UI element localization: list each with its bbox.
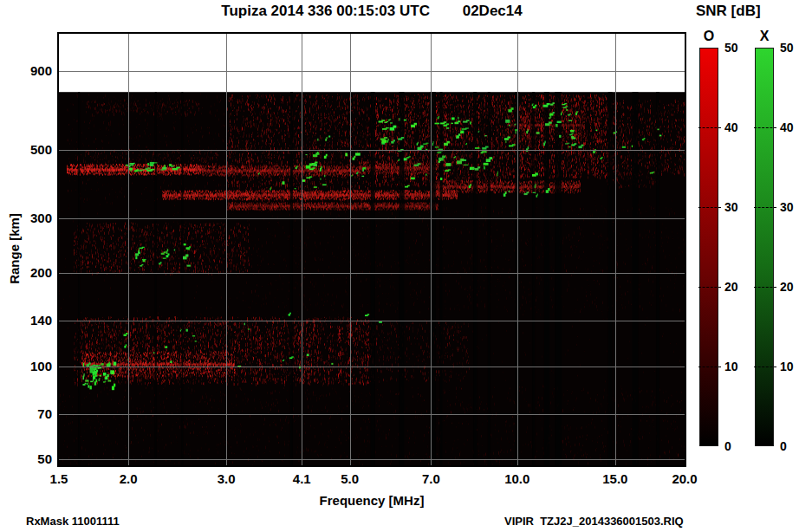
y-tick-label: 300 bbox=[0, 211, 52, 226]
ionogram-plot-frame bbox=[57, 32, 686, 467]
colorbar-tick-dash bbox=[754, 207, 776, 208]
colorbar-tick-label: 50 bbox=[724, 41, 738, 55]
colorbar-tick-label: 30 bbox=[724, 200, 738, 214]
x-tick-label: 10.0 bbox=[504, 471, 529, 486]
x-tick-label: 20.0 bbox=[672, 471, 697, 486]
o-colorbar-gradient bbox=[699, 48, 718, 446]
x-tick-label: 4.1 bbox=[293, 471, 311, 486]
colorbar-tick-dash bbox=[754, 127, 776, 128]
rxmask-annotation: RxMask 11001111 bbox=[26, 515, 120, 528]
colorbar-o-mode-label: O bbox=[699, 29, 718, 44]
y-tick-label: 500 bbox=[0, 142, 52, 158]
x-tick-label: 3.0 bbox=[218, 471, 236, 486]
ionogram-canvas bbox=[59, 34, 685, 465]
colorbar-tick-label: 40 bbox=[724, 120, 738, 134]
y-tick-label: 70 bbox=[0, 406, 52, 422]
colorbar-tick-dash bbox=[698, 287, 721, 288]
colorbar-title: SNR [dB] bbox=[696, 3, 761, 20]
x-tick-label: 2.0 bbox=[120, 471, 138, 486]
y-tick-label: 100 bbox=[0, 359, 52, 374]
x-tick-label: 1.5 bbox=[50, 471, 68, 486]
y-tick-label: 200 bbox=[0, 265, 52, 281]
x-axis-label: Frequency [MHz] bbox=[59, 493, 685, 508]
datafile-annotation: VIPIR TZJ2J_2014336001503.RIQ bbox=[504, 515, 684, 528]
y-tick-label: 50 bbox=[0, 451, 52, 467]
y-tick-label: 140 bbox=[0, 313, 52, 328]
colorbar-tick-label: 10 bbox=[780, 360, 794, 373]
ionogram-figure: Tupiza 2014 336 00:15:03 UTC 02Dec14 Ran… bbox=[0, 0, 799, 532]
plot-title: Tupiza 2014 336 00:15:03 UTC 02Dec14 bbox=[59, 3, 685, 20]
colorbar-tick-label: 40 bbox=[780, 120, 794, 134]
x-tick-label: 15.0 bbox=[602, 471, 627, 486]
colorbar-tick-label: 20 bbox=[780, 280, 794, 294]
colorbar-tick-label: 0 bbox=[724, 439, 731, 453]
x-tick-label: 5.0 bbox=[341, 471, 359, 486]
colorbar-tick-label: 30 bbox=[780, 200, 794, 214]
colorbar-tick-dash bbox=[698, 367, 721, 367]
x-colorbar-gradient bbox=[755, 48, 774, 446]
colorbar-x-mode-label: X bbox=[755, 29, 774, 44]
colorbar-tick-dash bbox=[754, 287, 776, 288]
y-tick-label: 900 bbox=[0, 63, 52, 79]
colorbar-tick-label: 20 bbox=[724, 280, 738, 294]
colorbar-tick-dash bbox=[698, 127, 721, 128]
colorbar-tick-label: 50 bbox=[780, 41, 794, 55]
x-tick-label: 7.0 bbox=[422, 471, 440, 486]
colorbar-tick-label: 0 bbox=[780, 439, 787, 453]
colorbar-tick-dash bbox=[698, 207, 721, 208]
colorbar-tick-label: 10 bbox=[724, 360, 738, 373]
colorbar-tick-dash bbox=[754, 367, 776, 367]
